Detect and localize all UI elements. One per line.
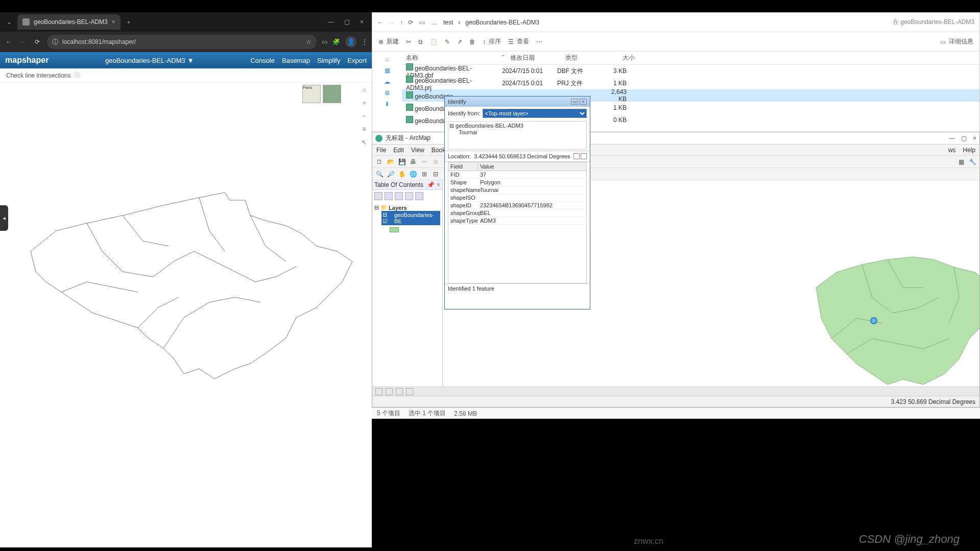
copy-icon[interactable]: ⧉ — [418, 38, 423, 45]
column-date[interactable]: 修改日期 — [506, 54, 561, 62]
save-icon[interactable]: 💾 — [398, 158, 406, 166]
menu-file[interactable]: File — [376, 147, 386, 154]
close-icon[interactable]: × — [973, 135, 976, 142]
attr-row[interactable]: FID37 — [448, 171, 586, 179]
share-icon[interactable]: ↗ — [457, 38, 462, 45]
up-icon[interactable]: ↑ — [400, 19, 403, 26]
layers-group[interactable]: ⊟ 📁 Layers — [374, 204, 440, 211]
attr-row[interactable]: shapeNameTournai — [448, 186, 586, 194]
zoom-in-icon[interactable]: ＋ — [360, 98, 369, 107]
simplify-link[interactable]: Simplify — [317, 57, 341, 64]
breadcrumb[interactable]: test — [443, 19, 453, 26]
sort-button[interactable]: ↕排序 — [483, 37, 501, 46]
maximize-icon[interactable]: ▭ — [571, 99, 578, 105]
more-icon[interactable]: ⋯ — [536, 38, 542, 45]
cut-icon[interactable]: ✂ — [406, 38, 411, 45]
close-icon[interactable]: × — [580, 99, 587, 105]
catalog-icon[interactable]: ▦ — [957, 158, 965, 166]
options-icon[interactable] — [415, 192, 423, 200]
search-input[interactable]: 在 geoBoundaries-BEL-ADM3 — [893, 18, 974, 27]
gallery-icon[interactable]: ▦ — [385, 67, 390, 74]
fixed-zoom-out-icon[interactable]: ⊟ — [432, 170, 440, 178]
attr-row[interactable]: shapeISO — [448, 194, 586, 202]
pointer-icon[interactable]: ↖ — [360, 138, 369, 147]
menu-windows[interactable]: ws — [948, 147, 956, 154]
bookmark-icon[interactable]: ☆ — [306, 38, 312, 45]
home-icon[interactable]: ⌂ — [360, 85, 369, 94]
attr-row[interactable]: shapeTypeADM3 — [448, 217, 586, 225]
layout-view-icon[interactable] — [386, 388, 393, 395]
cut-icon[interactable]: ✂ — [420, 158, 428, 166]
cloud-icon[interactable]: ☁ — [384, 78, 390, 85]
minimize-icon[interactable]: — — [328, 18, 334, 26]
list-by-source-icon[interactable] — [385, 192, 393, 200]
list-by-visibility-icon[interactable] — [395, 192, 403, 200]
print-icon[interactable]: 🖶 — [409, 158, 417, 166]
column-type[interactable]: 类型 — [561, 54, 608, 62]
layers-icon[interactable]: ≡ — [360, 125, 369, 134]
pan-icon[interactable]: ✋ — [398, 170, 406, 178]
url-field[interactable]: ⓘ localhost:8081/mapshaper/ ☆ — [47, 35, 317, 49]
layer-item[interactable]: ⊟ ☑ geoBoundaries-BE — [381, 211, 440, 225]
data-view-icon[interactable] — [375, 388, 383, 395]
basemap-link[interactable]: Basemap — [282, 57, 310, 64]
breadcrumb[interactable]: geoBoundaries-BEL-ADM3 — [465, 19, 539, 26]
open-icon[interactable]: 📂 — [387, 158, 395, 166]
basemap-thumb[interactable]: Paris — [302, 85, 321, 103]
fixed-zoom-in-icon[interactable]: ⊞ — [420, 170, 428, 178]
maximize-icon[interactable]: ▢ — [344, 18, 350, 26]
list-by-drawing-icon[interactable] — [374, 192, 383, 200]
close-icon[interactable]: × — [437, 181, 440, 188]
zoom-out-icon[interactable]: − — [360, 111, 369, 121]
attr-row[interactable]: shapeGroupBEL — [448, 209, 586, 217]
reader-icon[interactable]: ▭ — [322, 38, 327, 45]
attr-row[interactable]: shapeID23234654B13690457715982 — [448, 202, 586, 209]
forward-icon[interactable]: → — [389, 19, 395, 26]
forward-icon[interactable]: → — [18, 38, 28, 45]
layer-selector[interactable]: geoBoundaries-BEL-ADM3 ▼ — [105, 57, 194, 64]
column-size[interactable]: 大小 — [608, 54, 639, 62]
column-name[interactable]: 名称 — [402, 54, 498, 62]
file-row[interactable]: geoBoundaries-BEL-ADM3.prj2024/7/15 0:01… — [402, 77, 979, 89]
menu-icon[interactable]: ⋮ — [362, 38, 368, 45]
message-close-icon[interactable]: ⓧ — [74, 71, 80, 80]
new-icon[interactable]: 🗋 — [375, 158, 384, 166]
zoom-to-icon[interactable] — [581, 153, 587, 159]
close-icon[interactable]: × — [360, 18, 364, 26]
downloads-icon[interactable]: ⬇ — [385, 101, 390, 108]
menu-help[interactable]: Help — [963, 147, 975, 154]
basemap-thumb[interactable] — [323, 85, 341, 103]
refresh-icon[interactable] — [396, 388, 403, 395]
home-icon[interactable]: ⌂ — [385, 56, 389, 63]
zoom-out-icon[interactable]: 🔎 — [387, 170, 395, 178]
details-button[interactable]: ▭详细信息 — [940, 37, 973, 46]
reload-icon[interactable]: ⟳ — [33, 38, 42, 45]
back-icon[interactable]: ← — [4, 38, 13, 45]
full-extent-icon[interactable]: 🌐 — [409, 170, 417, 178]
site-info-icon[interactable]: ⓘ — [52, 38, 58, 46]
back-icon[interactable]: ← — [377, 19, 384, 26]
delete-icon[interactable]: 🗑 — [469, 38, 475, 45]
tabs-dropdown-icon[interactable]: ⌄ — [4, 17, 14, 27]
flash-icon[interactable] — [573, 153, 580, 159]
attr-row[interactable]: ShapePolygon — [448, 179, 586, 186]
side-tab-handle[interactable]: ◂ — [0, 205, 8, 231]
identify-from-select[interactable]: <Top-most layer> — [483, 109, 587, 118]
tab-close-icon[interactable]: × — [112, 18, 115, 26]
tree-layer[interactable]: ⊟ geoBoundaries-BEL-ADM3 — [449, 123, 585, 129]
menu-view[interactable]: View — [411, 147, 424, 154]
zoom-in-icon[interactable]: 🔍 — [375, 170, 384, 178]
browser-tab[interactable]: geoBoundaries-BEL-ADM3 × — [17, 14, 121, 30]
view-button[interactable]: ☰查看 — [508, 37, 529, 46]
new-tab-icon[interactable]: ＋ — [126, 18, 132, 27]
rename-icon[interactable]: ✎ — [445, 38, 450, 45]
extensions-icon[interactable]: 🧩 — [332, 38, 340, 45]
refresh-icon[interactable]: ⟳ — [408, 19, 413, 26]
tree-feature[interactable]: Tournai — [459, 129, 585, 135]
paste-icon[interactable]: 📋 — [430, 38, 438, 45]
message-text[interactable]: Check line intersections — [6, 72, 71, 79]
copy-icon[interactable]: ⧉ — [432, 158, 440, 166]
pause-icon[interactable] — [406, 388, 413, 395]
toolbox-icon[interactable]: 🔧 — [968, 158, 976, 166]
pin-icon[interactable]: 📌 — [427, 181, 435, 188]
